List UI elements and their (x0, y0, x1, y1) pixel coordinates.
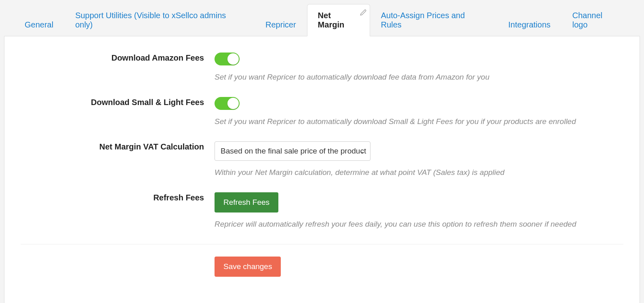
tab-repricer[interactable]: Repricer (255, 13, 307, 36)
tab-channel-logo[interactable]: Channel logo (562, 4, 630, 36)
toggle-knob (227, 53, 239, 65)
vat-calc-label: Net Margin VAT Calculation (21, 141, 215, 152)
toggle-knob (227, 98, 239, 109)
vat-calc-help: Within your Net Margin calculation, dete… (215, 168, 623, 177)
vat-calc-select[interactable]: Based on the final sale price of the pro… (215, 141, 370, 161)
tab-net-margin[interactable]: Net Margin (307, 4, 370, 36)
edit-icon[interactable] (360, 8, 366, 18)
tab-net-margin-label: Net Margin (318, 11, 345, 29)
refresh-fees-help: Repricer will automatically refresh your… (215, 220, 623, 229)
download-small-light-help: Set if you want Repricer to automaticall… (215, 117, 623, 126)
refresh-fees-button[interactable]: Refresh Fees (215, 192, 278, 213)
download-amazon-fees-help: Set if you want Repricer to automaticall… (215, 73, 623, 82)
settings-panel: Download Amazon Fees Set if you want Rep… (4, 36, 640, 303)
tab-support-utilities[interactable]: Support Utilities (Visible to xSellco ad… (64, 4, 255, 36)
download-amazon-fees-toggle[interactable] (215, 53, 240, 65)
tab-integrations[interactable]: Integrations (497, 13, 562, 36)
tabs-bar: General Support Utilities (Visible to xS… (4, 4, 640, 36)
divider (21, 244, 623, 244)
tab-general[interactable]: General (14, 13, 64, 36)
tab-auto-assign[interactable]: Auto-Assign Prices and Rules (370, 4, 497, 36)
refresh-fees-label: Refresh Fees (21, 192, 215, 202)
download-amazon-fees-label: Download Amazon Fees (21, 53, 215, 63)
download-small-light-label: Download Small & Light Fees (21, 97, 215, 107)
save-button[interactable]: Save changes (215, 257, 281, 277)
download-small-light-toggle[interactable] (215, 97, 240, 110)
